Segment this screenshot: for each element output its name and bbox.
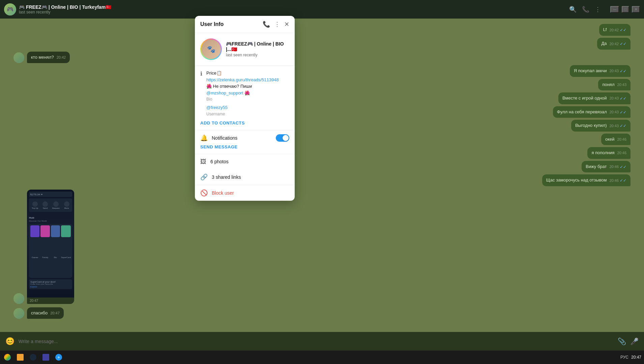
message-meta: 20:43 ✓✓ <box>609 110 626 115</box>
message-time: 20:42 <box>609 41 619 47</box>
mention-link[interactable]: @mzshop_support <box>206 90 243 95</box>
message-meta: 20:42 ✓✓ <box>609 27 626 33</box>
notifications-toggle[interactable] <box>276 134 289 142</box>
profile-status: last seen recently <box>226 53 289 57</box>
taskbar-app-steam[interactable] <box>27 353 39 362</box>
message-time: 20:42 <box>609 28 619 33</box>
block-user-button[interactable]: 🚫 Block user <box>200 189 289 197</box>
message-input[interactable] <box>19 339 614 344</box>
message-time: 20:42 <box>57 55 66 60</box>
user-info-modal: User Info 📞 ⋮ ✕ 🐾 🎮FREEZ🎮 | Online | BIO… <box>195 16 295 201</box>
minimize-button[interactable]: — <box>610 6 619 13</box>
table-row: Вместе с игрой одной 20:43 ✓✓ <box>13 92 631 104</box>
notifications-left: 🔔 Notifications <box>200 134 237 142</box>
message-text: понял <box>602 82 614 87</box>
attachment-icons: 📎 🎤 <box>618 337 639 345</box>
message-bubble: окей 20:46 <box>601 134 631 145</box>
message-meta: 20:43 <box>617 82 626 87</box>
read-receipt: ✓✓ <box>620 123 626 129</box>
read-receipt: ✓✓ <box>620 96 626 102</box>
message-text: я пополния <box>591 150 614 155</box>
message-time: 20:43 <box>609 110 619 115</box>
maximize-button[interactable]: □ <box>622 6 629 13</box>
message-meta: 20:46 ✓✓ <box>609 164 626 170</box>
message-text: Да <box>601 41 607 46</box>
message-time: 20:46 <box>617 137 626 142</box>
more-options-button[interactable]: ⋮ <box>274 21 280 28</box>
message-text: Вижу брат <box>586 164 607 169</box>
table-row: Я покупал аккчи 20:43 ✓✓ <box>13 65 631 77</box>
message-meta: 20:42 <box>57 55 66 60</box>
taskbar-language: РУС <box>620 355 628 360</box>
taskbar-items: ✈ <box>0 353 618 362</box>
message-text: кто менял? <box>31 55 54 60</box>
read-receipt: ✓✓ <box>620 27 626 33</box>
message-meta: 20:43 ✓✓ <box>609 96 626 102</box>
taskbar-app-chrome[interactable] <box>1 353 13 362</box>
search-icon[interactable]: 🔍 <box>569 6 577 13</box>
titlebar-status: last seen recently <box>19 10 111 15</box>
close-modal-button[interactable]: ✕ <box>284 21 289 28</box>
read-receipt: ✓✓ <box>620 41 626 47</box>
titlebar-user-name: 🎮 FREEZ🎮 | Online | BIO | Turkeyfam🇹🇷 <box>19 4 111 10</box>
message-meta: 20:43 ✓✓ <box>609 123 626 129</box>
notifications-section: 🔔 Notifications SEND MESSAGE <box>195 130 295 154</box>
message-time: 20:43 <box>609 96 619 101</box>
message-bubble: Щас заморочусь над отзывом 20:46 ✓✓ <box>542 174 631 186</box>
taskbar-right: РУС 20:47 <box>618 355 644 360</box>
message-time: 20:43 <box>609 68 619 74</box>
table-row: Да 20:42 ✓✓ <box>13 38 631 50</box>
info-icon: ℹ <box>200 71 202 77</box>
send-message-button[interactable]: SEND MESSAGE <box>200 144 238 149</box>
media-section: 🖼 6 photos 🔗 3 shared links <box>195 154 295 185</box>
taskbar-app-files[interactable] <box>14 353 26 362</box>
titlebar-actions: 🔍 📞 ⋮ <box>564 6 606 13</box>
message-meta: 20:42 ✓✓ <box>609 41 626 47</box>
message-bubble: Вместе с игрой одной 20:43 ✓✓ <box>558 92 631 104</box>
message-meta: 20:46 <box>617 137 626 142</box>
table-row: ₺276.94 ▾ Top Up Send Requ <box>13 190 631 304</box>
message-text: Щас заморочусь над отзывом <box>546 177 607 183</box>
message-bubble: я пополния 20:46 <box>587 147 631 159</box>
bio-link[interactable]: https://zelenka.guru/threads/5113948 <box>206 77 279 82</box>
message-time: 20:46 <box>617 150 626 156</box>
photos-item[interactable]: 🖼 6 photos <box>195 154 295 169</box>
mic-button[interactable]: 🎤 <box>630 337 639 345</box>
message-text: Lf <box>603 27 607 32</box>
attach-button[interactable]: 📎 <box>618 337 626 345</box>
table-row: я пополния 20:46 <box>13 147 631 159</box>
close-button[interactable]: ✕ <box>632 6 640 13</box>
messages-container: Lf 20:42 ✓✓ Да 20:42 ✓✓ кто менял? <box>0 19 644 324</box>
bio-subtext: 🌺 Не отвечаю? Пиши @mzshop_support 🌺 <box>206 83 289 96</box>
message-bubble: Да 20:42 ✓✓ <box>597 38 631 50</box>
read-receipt: ✓✓ <box>620 68 626 74</box>
message-text: Я покупал аккчи <box>574 68 607 73</box>
taskbar: ✈ РУС 20:47 <box>0 351 644 364</box>
photos-label: 6 photos <box>210 159 229 164</box>
taskbar-app-telegram[interactable]: ✈ <box>53 353 65 362</box>
add-to-contacts-button[interactable]: ADD TO CONTACTS <box>200 120 245 125</box>
table-row: Lf 20:42 ✓✓ <box>13 24 631 36</box>
modal-title: User Info <box>200 21 224 27</box>
message-text: окей <box>605 137 615 142</box>
phone-icon[interactable]: 📞 <box>582 6 589 13</box>
shared-links-label: 3 shared links <box>212 174 241 180</box>
chat-input-bar: 😊 📎 🎤 <box>0 332 644 351</box>
block-icon: 🚫 <box>200 189 208 197</box>
emoji-button[interactable]: 😊 <box>5 337 14 346</box>
chat-area: Lf 20:42 ✓✓ Да 20:42 ✓✓ кто менял? <box>0 19 644 345</box>
block-label: Block user <box>212 190 234 196</box>
shared-links-item[interactable]: 🔗 3 shared links <box>195 169 295 185</box>
window-controls: — □ ✕ <box>606 6 644 13</box>
titlebar-info: 🎮 FREEZ🎮 | Online | BIO | Turkeyfam🇹🇷 la… <box>19 4 111 15</box>
message-bubble: кто менял? 20:42 <box>27 52 70 63</box>
message-meta: 20:43 ✓✓ <box>609 68 626 74</box>
taskbar-app-4[interactable] <box>40 353 52 362</box>
more-options-icon[interactable]: ⋮ <box>595 6 601 13</box>
bio-content: Price📋 https://zelenka.guru/threads/5113… <box>206 70 289 102</box>
call-button[interactable]: 📞 <box>263 21 270 28</box>
photos-icon: 🖼 <box>200 158 206 165</box>
username-content: @freezy55 Username <box>206 104 289 116</box>
message-bubble: Я покупал аккчи 20:43 ✓✓ <box>570 65 631 77</box>
notifications-row: 🔔 Notifications <box>200 134 289 142</box>
